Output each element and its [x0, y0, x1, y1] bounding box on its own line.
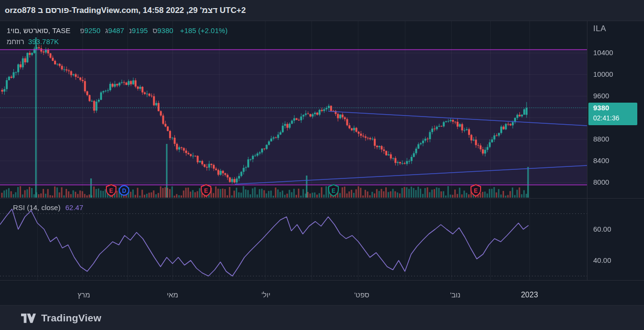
time-axis-label: 2023: [521, 291, 538, 299]
volume-label[interactable]: מחזור: [7, 37, 24, 46]
time-axis-label: יול': [262, 291, 271, 299]
volume-value: 393.787K: [28, 37, 59, 46]
price-axis-label: 9600: [593, 91, 636, 101]
tradingview-wordmark[interactable]: TradingView: [41, 312, 102, 324]
ohlc-field: ג9487: [105, 26, 124, 35]
footer-bar: TradingView: [0, 305, 644, 330]
event-badge-e[interactable]: E: [328, 184, 339, 197]
snapshot-title-bar: orzo878 פורסם ב-TradingView.com, דצמ' 29…: [0, 0, 644, 21]
svg-text:E: E: [474, 188, 478, 194]
time-axis-label: נוב': [450, 291, 460, 299]
price-axis-label: 10000: [593, 70, 636, 79]
tradingview-logo-icon[interactable]: [20, 311, 36, 325]
publish-info-text: orzo878 פורסם ב-TradingView.com, דצמ' 29…: [5, 6, 246, 15]
chart-canvas[interactable]: [0, 21, 644, 305]
ohlc-field: נ9195: [129, 26, 148, 35]
price-axis-label: 8000: [593, 177, 636, 187]
event-badge-e[interactable]: E: [106, 184, 116, 197]
time-scale[interactable]: מרץמאייול'ספט'נוב'2023: [0, 280, 587, 305]
svg-text:E: E: [204, 188, 208, 194]
price-axis-label: 8800: [593, 134, 636, 144]
rsi-axis-label: 40.00: [593, 256, 636, 265]
last-price-value: 9380: [593, 103, 637, 113]
event-badge-d[interactable]: D: [119, 184, 129, 197]
rsi-axis-label: 60.00: [593, 224, 636, 234]
symbol-legend-row: 1יום, שטראוס, TASE פ9250ג9487נ9195ס9380 …: [7, 25, 228, 36]
svg-text:E: E: [332, 188, 335, 194]
price-scale[interactable]: ILA 10400100009600880084008000 9380 02:4…: [587, 21, 644, 280]
rsi-legend-row: RSI (14, close) 62.47: [13, 203, 83, 212]
price-axis-label: 8400: [593, 156, 636, 165]
tradingview-snapshot: orzo878 פורסם ב-TradingView.com, דצמ' 29…: [0, 0, 644, 330]
rsi-legend-title[interactable]: RSI (14, close): [13, 203, 60, 212]
bar-countdown: 02:41:36: [593, 113, 637, 123]
symbol-title[interactable]: 1יום, שטראוס, TASE: [7, 26, 70, 35]
event-badge-e[interactable]: E: [201, 184, 211, 197]
rsi-value: 62.47: [65, 203, 83, 212]
change-value: +185 (+2.01%): [180, 26, 228, 35]
ohlc-field: פ9250: [80, 26, 101, 35]
event-badge-e[interactable]: E: [471, 184, 481, 197]
ohlc-field: ס9380: [152, 26, 173, 35]
svg-text:D: D: [122, 188, 126, 194]
chart-legend: 1יום, שטראוס, TASE פ9250ג9487נ9195ס9380 …: [7, 25, 228, 47]
ohlc-values: פ9250ג9487נ9195ס9380: [80, 26, 178, 35]
price-axis-label: 10400: [593, 48, 636, 58]
svg-text:E: E: [109, 188, 113, 194]
volume-legend-row: מחזור 393.787K: [7, 36, 228, 47]
last-price-badge: 9380 02:41:36: [588, 103, 637, 125]
time-axis-label: מרץ: [78, 291, 90, 299]
time-axis-label: מאי: [167, 291, 178, 299]
time-axis-label: ספט': [354, 291, 369, 299]
instrument-label: ILA: [593, 24, 606, 34]
